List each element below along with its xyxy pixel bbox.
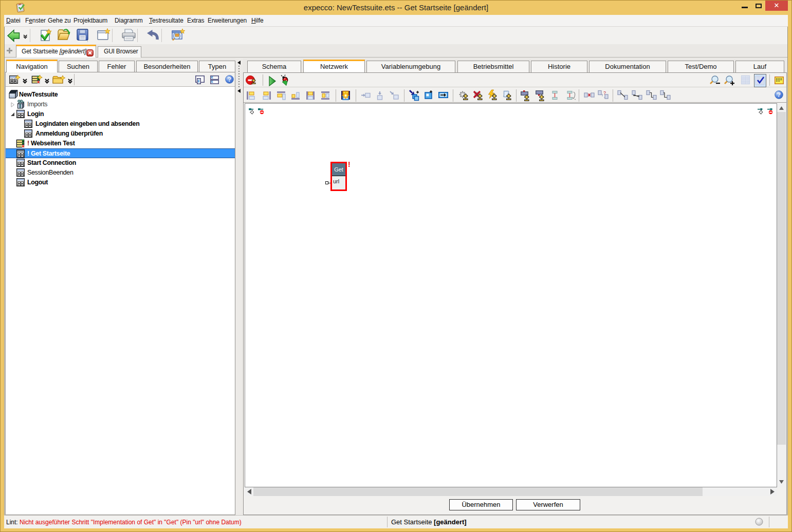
svg-text:?: ? [777,91,781,99]
svg-text:?: ? [228,76,231,83]
svg-text:?: ? [603,90,606,96]
